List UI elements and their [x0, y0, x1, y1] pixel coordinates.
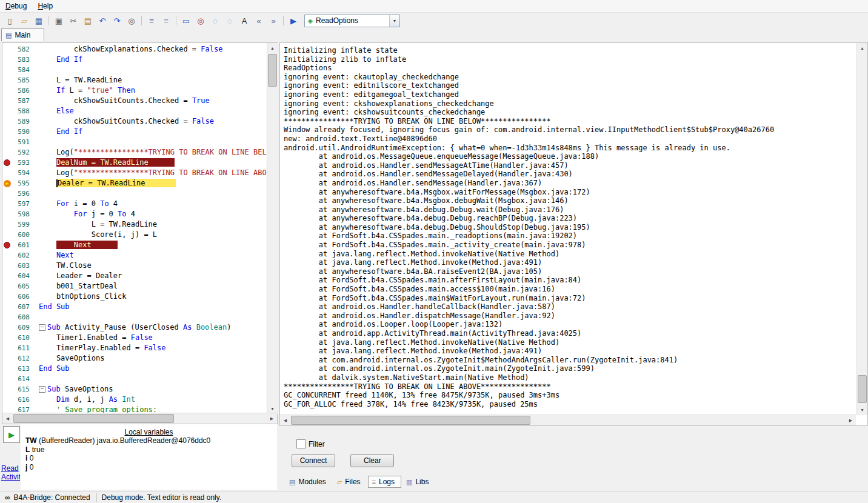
breakpoint-margin[interactable]	[2, 281, 12, 291]
code-line[interactable]: 584	[2, 65, 267, 75]
scroll-left-icon[interactable]: ◀	[280, 415, 290, 425]
scrollbar-thumb[interactable]	[291, 416, 530, 425]
filter-checkbox[interactable]: Filter	[296, 439, 325, 448]
code-line[interactable]: 585 L = TW.ReadLine	[2, 75, 267, 85]
code-line[interactable]: 604 Leader = Dealer	[2, 271, 267, 281]
breakpoint-margin[interactable]	[2, 127, 12, 137]
breakpoint-margin[interactable]	[2, 85, 12, 96]
code-line[interactable]: 597 For i = 0 To 4	[2, 199, 267, 209]
comment-bubble2-icon[interactable]: ◌	[223, 14, 236, 27]
breakpoint-margin[interactable]	[2, 322, 12, 333]
code-line[interactable]: 596	[2, 188, 267, 199]
scroll-right-icon[interactable]: ▶	[267, 413, 277, 424]
code-line[interactable]: 599 L = TW.ReadLine	[2, 219, 267, 230]
log-hscrollbar[interactable]: ◀ ▶	[280, 415, 856, 425]
indent-icon[interactable]: »	[267, 14, 280, 27]
breakpoint-margin[interactable]	[2, 374, 12, 384]
breakpoint-margin[interactable]	[2, 271, 12, 281]
find-in-designer-icon[interactable]: ◎	[194, 14, 207, 27]
font-size-icon[interactable]: A	[238, 14, 251, 27]
code-line[interactable]: 605 b001_StartDeal	[2, 281, 267, 291]
breakpoint-margin[interactable]	[2, 291, 12, 302]
clear-button[interactable]: Clear	[350, 454, 394, 467]
breakpoint-margin[interactable]	[2, 230, 12, 240]
scroll-left-icon[interactable]: ◀	[2, 413, 13, 424]
code-line[interactable]: 610 Timer1.Enabled = False	[2, 333, 267, 343]
fold-toggle-icon[interactable]: −	[39, 386, 45, 393]
breakpoint-margin[interactable]	[2, 219, 12, 230]
breakpoint-margin[interactable]	[2, 333, 12, 343]
comment-icon[interactable]: ≡	[145, 14, 158, 27]
breakpoint-margin[interactable]	[2, 116, 12, 127]
breakpoint-margin[interactable]	[2, 188, 12, 199]
tab-logs[interactable]: ≡Logs	[368, 476, 401, 488]
combo-dropdown-icon[interactable]: ▼	[389, 15, 399, 27]
breakpoint-margin[interactable]	[2, 240, 12, 250]
code-line[interactable]: ▶595 Dealer = TW.ReadLine	[2, 178, 267, 188]
scrollbar-thumb[interactable]	[13, 414, 174, 423]
fold-toggle-icon[interactable]: −	[39, 324, 45, 331]
code-line[interactable]: 583 End If	[2, 55, 267, 65]
breakpoint-margin[interactable]	[2, 55, 12, 65]
breakpoint-margin[interactable]	[2, 158, 12, 168]
breakpoint-margin[interactable]	[2, 199, 12, 209]
breakpoint-margin[interactable]	[2, 106, 12, 116]
breakpoint-margin[interactable]	[2, 261, 12, 271]
breakpoint-margin[interactable]	[2, 65, 12, 75]
code-line[interactable]: 593 DealNum = TW.ReadLine	[2, 158, 267, 168]
code-hscrollbar[interactable]: ◀ ▶	[2, 413, 277, 424]
code-vscrollbar[interactable]: ▲ ▼	[267, 43, 278, 414]
breakpoint-margin[interactable]	[2, 343, 12, 353]
code-line[interactable]: 600 Score(i, j) = L	[2, 230, 267, 240]
breakpoint-margin[interactable]	[2, 147, 12, 158]
code-line[interactable]: 606 btnOptions_Click	[2, 291, 267, 302]
designer-icon[interactable]: ▭	[179, 14, 193, 27]
breakpoint-margin[interactable]	[2, 250, 12, 261]
code-line[interactable]: 582 ckShowExplanations.Checked = False	[2, 44, 267, 55]
menu-debug[interactable]: Debug	[0, 1, 32, 12]
redo-icon[interactable]: ↷	[110, 14, 124, 27]
breakpoint-margin[interactable]	[2, 302, 12, 312]
code-line[interactable]: 591	[2, 137, 267, 147]
code-line[interactable]: 590 End If	[2, 127, 267, 137]
breakpoint-margin[interactable]	[2, 395, 12, 405]
side-link-read[interactable]: Read	[1, 464, 20, 473]
scroll-up-icon[interactable]: ▲	[267, 43, 278, 53]
breakpoint-margin[interactable]	[2, 312, 12, 322]
code-line[interactable]: 615−Sub SaveOptions	[2, 384, 267, 395]
code-line[interactable]: 592 Log("****************TRYING TO BREAK…	[2, 147, 267, 158]
log-output[interactable]: Initializing inflate state Initializing …	[280, 43, 863, 421]
module-selector-combo[interactable]: ◈ ReadOptions ▼	[304, 15, 400, 27]
find-icon[interactable]: ◎	[125, 14, 138, 27]
breakpoint-margin[interactable]	[2, 384, 12, 395]
code-line[interactable]: 589 ckShowSuitCounts.Checked = False	[2, 116, 267, 127]
tab-files[interactable]: ▱Files	[333, 476, 367, 487]
breakpoint-margin[interactable]	[2, 168, 12, 178]
code-line[interactable]: 602 Next	[2, 250, 267, 261]
code-line[interactable]: 616 Dim d, i, j As Int	[2, 395, 267, 405]
paste-icon[interactable]: ▤	[81, 14, 95, 27]
tab-main[interactable]: ▤ Main	[1, 28, 44, 41]
code-line[interactable]: 598 For j = 0 To 4	[2, 209, 267, 219]
code-line[interactable]: 588 Else	[2, 106, 267, 116]
checkbox-box[interactable]	[296, 439, 305, 448]
code-line[interactable]: 607End Sub	[2, 302, 267, 312]
scrollbar-thumb[interactable]	[858, 375, 867, 403]
breakpoint-margin[interactable]	[2, 353, 12, 364]
breakpoint-icon[interactable]	[4, 159, 10, 166]
menu-help[interactable]: Help	[32, 1, 58, 12]
tab-libs[interactable]: ▥Libs	[402, 476, 435, 487]
breakpoint-margin[interactable]	[2, 137, 12, 147]
code-line[interactable]: 613End Sub	[2, 364, 267, 374]
scrollbar-thumb[interactable]	[268, 54, 277, 87]
outdent-icon[interactable]: «	[252, 14, 265, 27]
scroll-down-icon[interactable]: ▼	[857, 405, 867, 415]
comment-bubble-icon[interactable]: ◌	[209, 14, 222, 27]
breakpoint-margin[interactable]	[2, 44, 12, 55]
code-line[interactable]: 601 Next	[2, 240, 267, 250]
side-link-activit[interactable]: Activit	[1, 473, 20, 481]
save-icon[interactable]: ▦	[32, 14, 45, 27]
log-vscrollbar[interactable]: ▲ ▼	[856, 43, 867, 415]
copy-icon[interactable]: ▣	[52, 14, 65, 27]
cut-icon[interactable]: ✂	[67, 14, 80, 27]
